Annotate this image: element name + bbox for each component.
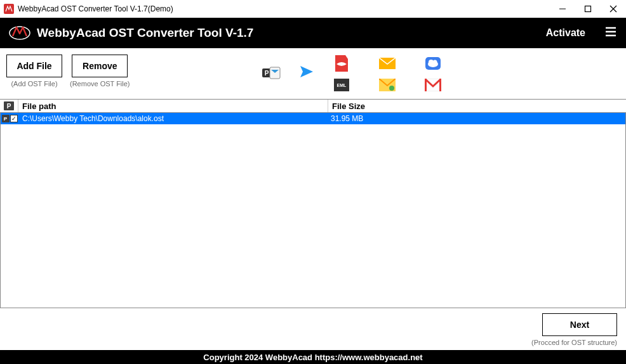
table-header-badge: P <box>0 100 18 112</box>
row-checkbox[interactable]: ✓ <box>10 115 18 122</box>
svg-rect-1 <box>585 6 591 12</box>
app-title: WebbyAcad OST Converter Tool V-1.7 <box>37 26 546 40</box>
table-row[interactable]: P✓ C:\Users\Webby Tech\Downloads\alok.os… <box>1 113 625 124</box>
activate-button[interactable]: Activate <box>546 27 585 39</box>
conversion-icons: P EML <box>138 55 620 94</box>
file-list: P✓ C:\Users\Webby Tech\Downloads\alok.os… <box>0 113 626 308</box>
gmail-icon <box>425 77 441 93</box>
window-title: WebbyAcad OST Converter Tool V-1.7(Demo) <box>18 4 550 13</box>
row-badge: P✓ <box>1 115 18 122</box>
row-size: 31.95 MB <box>327 114 625 123</box>
svg-text:EML: EML <box>337 83 347 88</box>
add-file-button[interactable]: Add File <box>6 55 62 77</box>
arrow-icon <box>293 62 314 86</box>
pdf-icon <box>333 55 350 72</box>
eml-icon: EML <box>333 77 350 93</box>
footer: Copyright 2024 WebbyAcad https://www.web… <box>0 350 626 364</box>
table-header: P File path File Size <box>0 99 626 113</box>
msg-icon <box>379 77 396 93</box>
app-icon <box>4 4 14 14</box>
remove-sub: (Remove OST File) <box>70 80 130 88</box>
svg-text:P: P <box>265 70 269 77</box>
toolbar: Add File (Add OST File) Remove (Remove O… <box>0 48 626 99</box>
maximize-button[interactable] <box>575 0 601 18</box>
svg-point-19 <box>389 86 394 91</box>
close-button[interactable] <box>601 0 626 18</box>
app-header: WebbyAcad OST Converter Tool V-1.7 Activ… <box>0 18 626 48</box>
next-sub: (Procced for OST structure) <box>531 339 617 346</box>
footer-text: Copyright 2024 WebbyAcad https://www.web… <box>203 353 422 362</box>
svg-rect-21 <box>425 79 427 91</box>
cloud-icon <box>425 55 441 72</box>
remove-button[interactable]: Remove <box>72 55 128 77</box>
mail-orange-icon <box>379 55 396 72</box>
row-path: C:\Users\Webby Tech\Downloads\alok.ost <box>18 114 327 123</box>
next-button[interactable]: Next <box>542 313 617 336</box>
pst-source-icon: P <box>262 65 281 84</box>
titlebar: WebbyAcad OST Converter Tool V-1.7(Demo) <box>0 0 626 18</box>
logo-icon <box>9 22 30 44</box>
svg-point-15 <box>433 60 437 65</box>
col-filepath[interactable]: File path <box>18 100 328 112</box>
add-file-sub: (Add OST File) <box>11 80 57 88</box>
bottom-bar: Next (Procced for OST structure) <box>0 308 626 350</box>
svg-rect-22 <box>439 79 441 91</box>
menu-button[interactable] <box>604 27 617 39</box>
col-filesize[interactable]: File Size <box>328 100 626 112</box>
minimize-button[interactable] <box>550 0 575 18</box>
